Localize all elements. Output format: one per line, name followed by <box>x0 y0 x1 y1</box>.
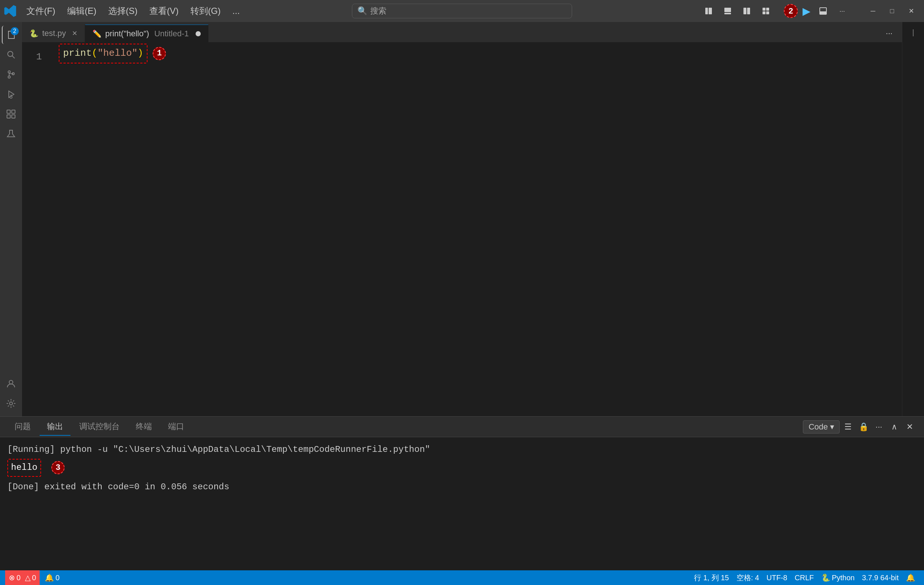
layout-sidebar-icon[interactable] <box>700 4 718 18</box>
search-icon: 🔍 <box>357 6 367 16</box>
panel-tab-ports[interactable]: 端口 <box>161 418 191 436</box>
tab-label-untitled: print("hello") <box>105 29 149 38</box>
status-language-label: Python <box>832 573 855 582</box>
status-feedback-icon[interactable]: 🔔 <box>903 570 919 585</box>
panel-tabs: 问题 输出 调试控制台 终端 端口 Code ▾ ☰ 🔒 ··· ∧ ✕ <box>0 417 924 437</box>
close-button[interactable]: ✕ <box>902 4 920 18</box>
layout-grid-icon[interactable] <box>757 4 775 18</box>
svg-point-25 <box>9 380 13 384</box>
panel-tab-output[interactable]: 输出 <box>40 418 71 436</box>
run-button[interactable]: ▶ <box>800 4 813 18</box>
code-line-1: print("hello") 1 <box>30 46 902 61</box>
status-spaces[interactable]: 空格: 4 <box>733 570 763 585</box>
bell-icon: 🔔 <box>45 573 54 582</box>
output-done-suffix: seconds <box>187 482 229 492</box>
vscode-logo-icon <box>4 4 17 18</box>
status-position[interactable]: 行 1, 列 15 <box>690 570 733 585</box>
svg-rect-0 <box>705 8 708 14</box>
svg-rect-7 <box>766 8 769 11</box>
svg-rect-3 <box>724 13 731 14</box>
panel-output-dropdown[interactable]: Code ▾ <box>803 420 840 433</box>
search-bar[interactable]: 🔍 搜索 <box>352 4 572 18</box>
status-line-ending[interactable]: CRLF <box>791 570 817 585</box>
code-keyword-print: print <box>63 48 92 59</box>
status-version[interactable]: 3.7.9 64-bit <box>858 570 903 585</box>
tab-icon-untitled: ✏️ <box>92 29 102 38</box>
panel-tab-actions: Code ▾ ☰ 🔒 ··· ∧ ✕ <box>803 420 917 434</box>
svg-rect-21 <box>12 110 15 113</box>
panel-lock-icon[interactable]: 🔒 <box>856 420 870 434</box>
panel-expand-icon[interactable]: ∧ <box>887 420 901 434</box>
svg-point-12 <box>8 51 13 56</box>
tab-test-py[interactable]: 🐍 test.py ✕ <box>22 25 85 42</box>
svg-point-15 <box>8 76 10 78</box>
sidebar-item-explorer[interactable]: 2 <box>2 26 20 44</box>
sidebar-item-flask[interactable] <box>2 125 20 143</box>
svg-rect-11 <box>820 12 827 14</box>
svg-rect-1 <box>709 8 712 14</box>
output-hello-line: hello <box>7 459 41 477</box>
panel-tab-debug-console[interactable]: 调试控制台 <box>72 418 127 436</box>
output-hello-container: hello 3 <box>7 459 917 477</box>
menu-more[interactable]: ... <box>227 4 245 18</box>
annotation-1-marker: 1 <box>153 47 166 60</box>
status-info[interactable]: 🔔 0 <box>41 570 63 585</box>
status-encoding[interactable]: UTF-8 <box>763 570 791 585</box>
menu-select[interactable]: 选择(S) <box>103 4 143 18</box>
menu-view[interactable]: 查看(V) <box>144 4 184 18</box>
panel-tab-terminal[interactable]: 终端 <box>129 418 159 436</box>
sidebar-item-search[interactable] <box>2 46 20 64</box>
menu-file[interactable]: 文件(F) <box>21 4 61 18</box>
annotation-3-marker: 3 <box>51 461 64 474</box>
search-placeholder: 搜索 <box>370 5 386 16</box>
code-paren-open: ( <box>92 48 97 59</box>
tab-modified-dot <box>196 31 201 36</box>
right-toolbar-icon[interactable]: | <box>904 25 922 40</box>
bottom-panel: 问题 输出 调试控制台 终端 端口 Code ▾ ☰ 🔒 ··· ∧ ✕ [Ru… <box>0 416 924 570</box>
more-tabs-icon[interactable]: ··· <box>880 26 898 41</box>
editor-content[interactable]: 1 print("hello") 1 <box>22 42 902 416</box>
svg-point-26 <box>10 402 13 405</box>
tab-bar: 🐍 test.py ✕ ✏️ print("hello") Untitled-1… <box>22 22 902 42</box>
menu-goto[interactable]: 转到(G) <box>185 4 226 18</box>
tab-close-test-py[interactable]: ✕ <box>72 29 78 38</box>
layout-split-icon[interactable] <box>738 4 756 18</box>
code-highlight-annotation-1: print("hello") <box>59 44 147 63</box>
status-bar: ⊗ 0 △ 0 🔔 0 行 1, 列 15 空格: 4 UTF-8 CRLF 🐍… <box>0 570 924 585</box>
panel-more-icon[interactable]: ··· <box>872 420 886 434</box>
svg-rect-4 <box>743 8 746 14</box>
code-string-hello: "hello" <box>97 48 138 59</box>
tab-untitled-1[interactable]: ✏️ print("hello") Untitled-1 <box>85 25 208 42</box>
more-actions-icon[interactable]: ··· <box>833 4 851 18</box>
sidebar-item-extensions[interactable] <box>2 105 20 123</box>
status-language[interactable]: 🐍 Python <box>818 570 858 585</box>
svg-marker-17 <box>9 91 14 97</box>
layout-bottom-icon[interactable] <box>718 4 737 18</box>
activity-bar-bottom <box>2 374 20 413</box>
status-errors[interactable]: ⊗ 0 △ 0 <box>5 570 40 585</box>
account-icon[interactable] <box>2 374 20 393</box>
info-count: 0 <box>55 573 59 582</box>
error-icon: ⊗ <box>9 573 15 582</box>
explorer-badge: 2 <box>11 27 19 35</box>
settings-icon[interactable] <box>2 394 20 413</box>
title-bar-right: 2 ▶ ··· ─ □ ✕ <box>700 4 920 18</box>
python-icon: 🐍 <box>821 573 830 582</box>
right-toolbar: | <box>902 22 924 416</box>
toggle-panel-icon[interactable] <box>814 4 832 18</box>
title-bar: 文件(F) 编辑(E) 选择(S) 查看(V) 转到(G) ... 🔍 搜索 2… <box>0 0 924 22</box>
title-bar-left: 文件(F) 编辑(E) 选择(S) 查看(V) 转到(G) ... <box>4 4 245 18</box>
panel-close-icon[interactable]: ✕ <box>903 420 917 434</box>
maximize-button[interactable]: □ <box>883 4 901 18</box>
sidebar-item-source-control[interactable] <box>2 65 20 84</box>
error-count: 0 <box>16 573 21 582</box>
minimize-button[interactable]: ─ <box>864 4 882 18</box>
tab-actions: ··· <box>880 25 902 42</box>
menu-edit[interactable]: 编辑(E) <box>62 4 102 18</box>
tab-icon-test-py: 🐍 <box>30 29 38 38</box>
panel-tab-problems[interactable]: 问题 <box>7 418 38 436</box>
panel-clear-icon[interactable]: ☰ <box>841 420 855 434</box>
output-done-container: [Done] exited with code=0 in 0.056 secon… <box>7 480 917 495</box>
sidebar-item-run-debug[interactable] <box>2 85 20 104</box>
panel-dropdown-chevron-icon: ▾ <box>830 422 834 432</box>
